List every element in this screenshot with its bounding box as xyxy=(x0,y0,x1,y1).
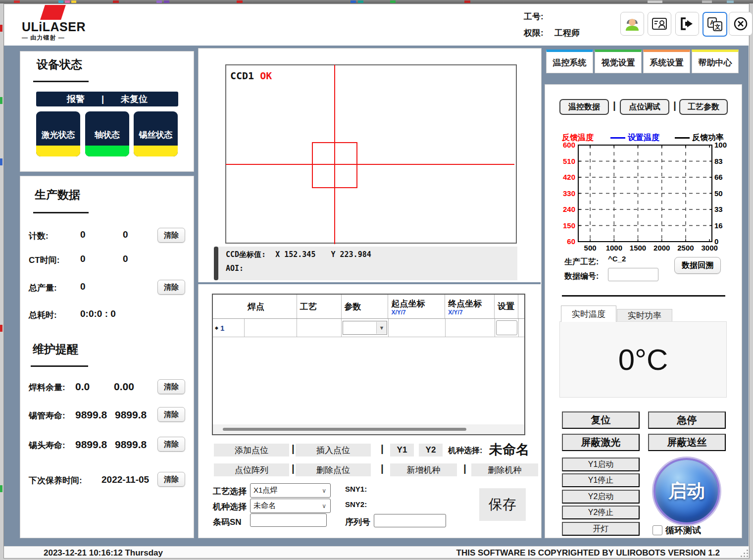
ccd-roi-rectangle xyxy=(312,142,357,188)
tab-realtime-power[interactable]: 实时功率 xyxy=(617,309,672,322)
model-select-value: 未命名 xyxy=(489,441,529,458)
barcode-input[interactable] xyxy=(250,513,327,527)
temp-data-button[interactable]: 温控数据 xyxy=(559,99,609,115)
ct-time-value-2: 0 xyxy=(123,254,128,264)
row-selector-cell[interactable]: ◆ 1 xyxy=(213,319,245,337)
statusbar-copyright: THIS SOFTWARE IS COPYRIGHTED BY ULIROBOT… xyxy=(456,548,720,558)
y2-start-button[interactable]: Y2启动 xyxy=(562,490,640,504)
end-coord-sub: X/Y/7 xyxy=(448,309,491,315)
wire-status-card[interactable]: 锡丝状态 xyxy=(134,111,178,156)
save-button[interactable]: 保存 xyxy=(479,488,526,521)
delete-model-button[interactable]: 删除机种 xyxy=(471,463,538,476)
col-start-header: 起点坐标X/Y/7 xyxy=(388,295,445,318)
tab-realtime-temp[interactable]: 实时温度 xyxy=(561,305,616,322)
svg-text:83: 83 xyxy=(714,157,723,165)
param-cell[interactable]: ▼ xyxy=(342,319,389,337)
axis-status-card[interactable]: 轴状态 xyxy=(85,111,129,156)
solder-remain-label: 焊料余量: xyxy=(29,382,65,393)
data-number-input[interactable] xyxy=(608,268,658,281)
clear-solder-button[interactable]: 清除 xyxy=(157,379,185,394)
mask-laser-button[interactable]: 屏蔽激光 xyxy=(562,434,640,451)
svg-text:100: 100 xyxy=(714,142,727,149)
brand-logo: ULiLASER xyxy=(22,20,86,34)
set-cell[interactable] xyxy=(495,319,519,337)
crosshair-horizontal-line xyxy=(226,164,514,165)
logout-icon xyxy=(679,15,696,32)
svg-text:150: 150 xyxy=(563,221,575,230)
total-output-value: 0 xyxy=(80,281,86,292)
insert-point-button[interactable]: 插入点位 xyxy=(296,444,371,457)
weld-cell[interactable] xyxy=(245,319,297,337)
process-cell[interactable] xyxy=(297,319,342,337)
delete-point-button[interactable]: 删除点位 xyxy=(296,463,371,476)
status-bar: 2023-12-21 10:16:12 Thursday THIS SOFTWA… xyxy=(4,546,749,558)
light-on-button[interactable]: 开灯 xyxy=(562,522,640,536)
clear-tube-button[interactable]: 清除 xyxy=(157,407,185,422)
desktop-artifact xyxy=(0,325,2,332)
next-maintenance-value: 2022-11-05 xyxy=(101,474,149,485)
table-row[interactable]: ◆ 1 ▼ xyxy=(213,319,524,337)
ccd-viewport[interactable] xyxy=(225,64,517,244)
legend-line-feedback-power xyxy=(675,137,690,139)
coordinate-bar-accent xyxy=(214,247,218,280)
alarm-right-label: 未复位 xyxy=(121,93,148,105)
tip-life-value-1: 9899.8 xyxy=(75,439,107,451)
user-avatar-button[interactable] xyxy=(620,12,644,36)
process-param-button[interactable]: 工艺参数 xyxy=(679,99,728,115)
process-select[interactable]: X1点焊 ∨ xyxy=(250,483,331,498)
close-button[interactable] xyxy=(729,12,753,36)
tab-help-center[interactable]: 帮助中心 xyxy=(692,50,739,73)
ccd-status-value: OK xyxy=(260,70,272,82)
tab-system-settings[interactable]: 系统设置 xyxy=(643,50,690,73)
set-cell-button[interactable] xyxy=(496,320,517,335)
add-model-button[interactable]: 新增机种 xyxy=(390,463,457,476)
production-process-value: ^C_2 xyxy=(608,255,626,263)
model-select[interactable]: 未命名 ∨ xyxy=(250,499,331,513)
svg-text:33: 33 xyxy=(714,205,723,213)
y2-stop-button[interactable]: Y2停止 xyxy=(562,506,640,519)
horizontal-scrollbar[interactable] xyxy=(223,428,466,431)
mask-wire-button[interactable]: 屏蔽送丝 xyxy=(648,434,726,451)
serial-input[interactable] xyxy=(374,514,446,527)
clear-count-button[interactable]: 清除 xyxy=(157,228,185,243)
add-point-button[interactable]: 添加点位 xyxy=(214,444,289,457)
tip-life-label: 锡头寿命: xyxy=(29,440,65,451)
id-card-icon xyxy=(651,15,668,32)
permission-value: 工程师 xyxy=(554,27,580,39)
y1-stop-button[interactable]: Y1停止 xyxy=(562,473,640,487)
tab-vision-settings[interactable]: 视觉设置 xyxy=(595,50,642,73)
clear-maintenance-button[interactable]: 清除 xyxy=(157,472,185,487)
svg-text:240: 240 xyxy=(563,205,575,213)
point-array-button[interactable]: 点位阵列 xyxy=(214,463,289,476)
estop-button[interactable]: 急停 xyxy=(648,411,726,429)
id-card-button[interactable] xyxy=(648,12,671,36)
start-coord-cell[interactable] xyxy=(389,319,446,337)
start-button[interactable]: 启动 xyxy=(653,458,720,524)
end-coord-cell[interactable] xyxy=(446,319,495,337)
clear-output-button[interactable]: 清除 xyxy=(157,280,185,295)
param-dropdown[interactable]: ▼ xyxy=(343,321,387,335)
svg-text:330: 330 xyxy=(563,189,575,198)
y1-start-button[interactable]: Y1启动 xyxy=(562,458,640,471)
tube-life-label: 锡管寿命: xyxy=(29,410,65,421)
total-output-label: 总产量: xyxy=(29,282,57,294)
chevron-down-icon: ∨ xyxy=(322,487,330,494)
count-value-2: 0 xyxy=(123,229,128,240)
language-switch-button[interactable]: A 文 xyxy=(703,12,727,37)
ccd-coord-y: Y 223.984 xyxy=(331,250,371,259)
y2-button[interactable]: Y2 xyxy=(419,444,443,457)
point-debug-button[interactable]: 点位调试 xyxy=(620,99,669,115)
logout-button[interactable] xyxy=(675,12,699,36)
clear-tip-button[interactable]: 清除 xyxy=(157,437,185,452)
data-backtrack-button[interactable]: 数据回溯 xyxy=(674,257,721,274)
reset-button[interactable]: 复位 xyxy=(562,411,640,429)
laser-status-label: 激光状态 xyxy=(36,111,80,146)
y1-button[interactable]: Y1 xyxy=(390,444,414,457)
tab-temperature-control[interactable]: 温控系统 xyxy=(546,50,593,73)
wire-status-label: 锡丝状态 xyxy=(134,111,178,146)
tip-life-value-2: 9899.8 xyxy=(115,439,147,451)
cycle-test-checkbox[interactable] xyxy=(653,525,662,535)
weld-points-table: 焊点 工艺 参数 起点坐标X/Y/7 终点坐标X/Y/7 设置 ◆ 1 ▼ xyxy=(212,294,525,435)
svg-text:510: 510 xyxy=(563,157,575,165)
laser-status-card[interactable]: 激光状态 xyxy=(36,111,80,156)
